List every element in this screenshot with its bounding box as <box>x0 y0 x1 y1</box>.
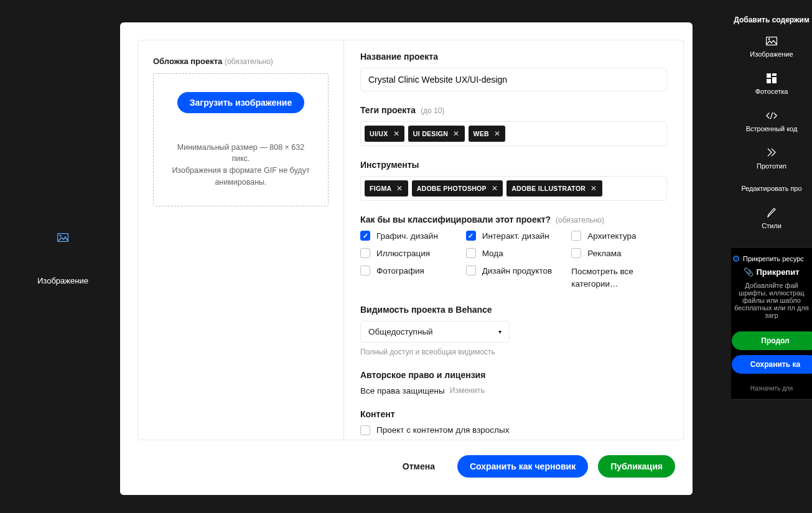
checkbox-icon <box>360 231 370 241</box>
checkbox-icon <box>466 231 476 241</box>
bg-footer-text: Назначить для <box>732 385 811 392</box>
svg-rect-4 <box>767 73 771 78</box>
embed-icon <box>766 110 777 121</box>
bg-tool-label: Фотосетка <box>755 88 788 95</box>
see-all-categories-link[interactable]: Посмотреть все категории… <box>571 266 667 291</box>
svg-point-3 <box>768 39 770 40</box>
prototype-icon <box>766 147 777 159</box>
section-license: Авторское право и лицензия Все права защ… <box>360 370 667 395</box>
tools-input[interactable]: FIGMA✕ ADOBE PHOTOSHOP✕ ADOBE ILLUSTRATO… <box>360 176 667 201</box>
license-value: Все права защищены <box>360 386 445 395</box>
bg-attach-panel: Прикрепить ресурс 📎 Прикрепит Добавляйте… <box>731 247 812 400</box>
upload-image-button[interactable]: Загрузить изображение <box>177 92 304 113</box>
category-photography[interactable]: Фотография <box>360 266 456 275</box>
name-label: Название проекта <box>360 52 667 62</box>
checkbox-icon <box>360 266 370 275</box>
radio-icon <box>733 256 739 262</box>
bg-tool-embed[interactable]: Встроенный код <box>746 110 798 132</box>
project-name-input[interactable] <box>360 68 667 91</box>
visibility-select[interactable]: Общедоступный ▾ <box>360 321 510 343</box>
checkbox-icon <box>466 266 476 275</box>
svg-point-1 <box>59 235 61 237</box>
bg-tool-label: Встроенный код <box>746 125 798 132</box>
bg-tool-image[interactable]: Изображение <box>750 35 793 58</box>
visibility-hint: Полный доступ и всеобщая видимость <box>360 348 667 356</box>
save-draft-button[interactable]: Сохранить как черновик <box>457 455 588 478</box>
publish-modal: Обложка проекта (обязательно) Загрузить … <box>120 22 693 495</box>
license-change-link[interactable]: Изменить <box>450 386 485 395</box>
tool-chip: FIGMA✕ <box>365 180 408 196</box>
tags-label: Теги проекта (до 10) <box>360 105 667 115</box>
attach-desc: Добавляйте фай шрифты, иллюстрац файлы и… <box>732 282 811 319</box>
remove-tool-icon[interactable]: ✕ <box>590 184 597 193</box>
bg-tool-photogrid[interactable]: Фотосетка <box>755 73 788 95</box>
section-content: Контент Проект с контентом для взрослых <box>360 409 667 435</box>
visibility-label: Видимость проекта в Behance <box>360 305 667 315</box>
section-name: Название проекта <box>360 52 667 91</box>
cancel-button[interactable]: Отмена <box>390 455 447 478</box>
bg-right-sidebar: Добавить содержим Изображение Фотосетка … <box>731 0 812 513</box>
photogrid-icon <box>766 73 777 84</box>
bg-left-image-tool: Изображение <box>37 233 88 285</box>
svg-rect-5 <box>772 73 777 76</box>
checkbox-icon <box>571 231 581 241</box>
attach-radio-label: Прикрепить ресурс <box>743 255 804 262</box>
category-illustration[interactable]: Иллюстрация <box>360 248 456 258</box>
styles-icon <box>766 207 777 218</box>
tool-chip: ADOBE ILLUSTRATOR✕ <box>506 180 602 196</box>
classify-label: Как бы вы классифицировали этот проект? … <box>360 215 667 224</box>
publish-button[interactable]: Публикация <box>598 455 675 478</box>
dropzone-hint: Минимальный размер — 808 × 632 пикс. Изо… <box>169 142 313 188</box>
section-tools: Инструменты FIGMA✕ ADOBE PHOTOSHOP✕ ADOB… <box>360 160 667 201</box>
bg-tool-prototype[interactable]: Прототип <box>757 147 786 170</box>
caret-down-icon: ▾ <box>498 328 502 335</box>
paperclip-icon: 📎 <box>744 267 754 277</box>
remove-tag-icon[interactable]: ✕ <box>393 129 399 138</box>
checkbox-icon <box>360 425 370 435</box>
category-architecture[interactable]: Архитектура <box>571 231 667 241</box>
bg-tool-label: Редактировать про <box>741 185 801 192</box>
attach-radio-row[interactable]: Прикрепить ресурс <box>732 255 811 262</box>
tag-chip: WEB✕ <box>469 126 506 142</box>
bg-tool-label: Прототип <box>757 162 786 170</box>
cover-dropzone[interactable]: Загрузить изображение Минимальный размер… <box>153 73 329 206</box>
add-content-heading: Добавить содержим <box>734 16 810 35</box>
bg-tool-styles[interactable]: Стили <box>762 207 782 229</box>
cover-pane: Обложка проекта (обязательно) Загрузить … <box>138 40 344 440</box>
svg-rect-7 <box>767 79 771 83</box>
checkbox-icon <box>360 248 370 258</box>
tools-label: Инструменты <box>360 160 667 170</box>
bg-tool-edit[interactable]: Редактировать про <box>741 185 801 192</box>
category-interaction-design[interactable]: Интеракт. дизайн <box>466 231 562 241</box>
tag-chip: UI/UX✕ <box>365 126 404 142</box>
bg-save-draft-button[interactable]: Сохранить ка <box>732 355 812 374</box>
bg-tool-label: Изображение <box>750 50 793 58</box>
bg-tool-label: Стили <box>762 222 782 229</box>
adult-content-checkbox[interactable]: Проект с контентом для взрослых <box>360 425 667 435</box>
section-tags: Теги проекта (до 10) UI/UX✕ UI DESIGN✕ W… <box>360 105 667 146</box>
visibility-value: Общедоступный <box>368 327 433 336</box>
section-visibility: Видимость проекта в Behance Общедоступны… <box>360 305 667 356</box>
remove-tool-icon[interactable]: ✕ <box>492 184 498 193</box>
picture-icon <box>57 233 68 242</box>
image-icon <box>766 35 777 47</box>
svg-rect-2 <box>766 37 777 45</box>
cover-heading: Обложка проекта (обязательно) <box>153 57 329 66</box>
details-pane: Название проекта Теги проекта (до 10) UI… <box>344 40 684 440</box>
tags-input[interactable]: UI/UX✕ UI DESIGN✕ WEB✕ <box>360 121 667 146</box>
category-advertising[interactable]: Реклама <box>571 248 667 258</box>
category-graphic-design[interactable]: Графич. дизайн <box>360 231 456 241</box>
category-fashion[interactable]: Мода <box>466 248 562 258</box>
section-classify: Как бы вы классифицировали этот проект? … <box>360 215 667 291</box>
svg-rect-6 <box>772 77 777 83</box>
license-label: Авторское право и лицензия <box>360 370 667 380</box>
content-label: Контент <box>360 409 667 419</box>
bg-continue-button[interactable]: Продол <box>732 331 812 350</box>
bg-left-label: Изображение <box>37 276 88 285</box>
remove-tag-icon[interactable]: ✕ <box>494 129 500 138</box>
remove-tool-icon[interactable]: ✕ <box>396 184 403 193</box>
tag-chip: UI DESIGN✕ <box>408 126 465 142</box>
category-product-design[interactable]: Дизайн продуктов <box>466 266 562 275</box>
attach-heading: 📎 Прикрепит <box>732 267 811 277</box>
remove-tag-icon[interactable]: ✕ <box>453 129 459 138</box>
